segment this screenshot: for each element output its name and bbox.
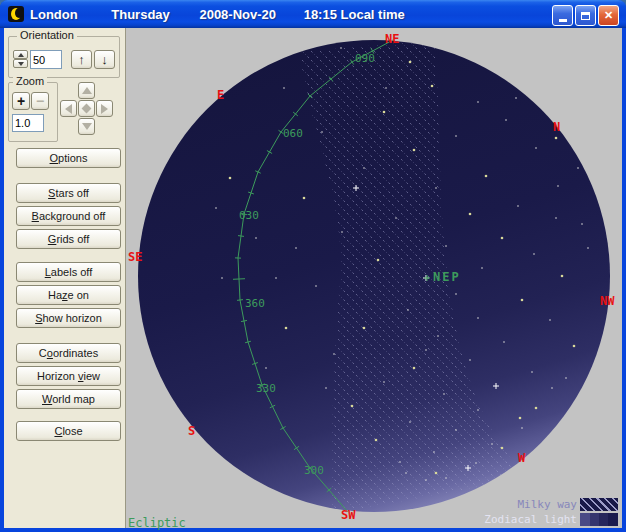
rotate-down-button[interactable]: ↓ — [94, 50, 115, 69]
sky-map-area[interactable]: 090060030360330300NEP NEENSENWSWSW Eclip… — [126, 28, 622, 528]
star — [363, 327, 366, 330]
star — [407, 309, 409, 311]
close-icon: ✕ — [604, 9, 613, 22]
star — [413, 149, 416, 152]
app-window: London Thursday 2008-Nov-20 18:15 Local … — [0, 0, 626, 532]
star — [477, 101, 479, 103]
star — [561, 275, 564, 278]
pan-down-button[interactable] — [78, 118, 95, 135]
star — [405, 472, 407, 474]
minimize-icon — [559, 19, 567, 22]
legend-milky-way: Milky way — [517, 497, 618, 511]
zodiacal-light-swatch-icon — [580, 513, 618, 526]
stars-off-button[interactable]: Stars off — [16, 183, 121, 203]
nep-label: NEP — [433, 270, 461, 284]
star — [521, 427, 523, 429]
star — [437, 335, 439, 337]
star — [469, 213, 472, 216]
spinner-down-icon[interactable] — [13, 59, 28, 68]
star — [503, 341, 505, 343]
spinner-up-icon[interactable] — [13, 50, 28, 59]
star — [551, 387, 553, 389]
ecliptic-degree-label: 300 — [304, 464, 324, 477]
maximize-icon — [581, 12, 590, 20]
orientation-input[interactable] — [30, 50, 62, 69]
title-date: 2008-Nov-20 — [199, 7, 276, 22]
zoom-out-button[interactable]: − — [31, 92, 49, 110]
compass-label-nw: NW — [600, 294, 615, 308]
star — [581, 223, 583, 225]
zodiacal-light-legend-label: Zodiacal light — [484, 513, 577, 526]
zoom-input[interactable] — [12, 114, 44, 132]
star — [321, 131, 323, 133]
star — [481, 267, 483, 269]
star — [501, 237, 504, 240]
rotate-up-button[interactable]: ↑ — [71, 50, 92, 69]
star — [475, 462, 477, 464]
down-arrow-icon: ↓ — [101, 53, 108, 66]
plus-icon: + — [17, 93, 25, 109]
labels-off-button[interactable]: Labels off — [16, 262, 121, 282]
compass-label-w: W — [518, 451, 526, 465]
title-time: 18:15 Local time — [304, 7, 405, 22]
pan-left-button[interactable] — [60, 100, 77, 117]
star — [577, 167, 579, 169]
star — [377, 259, 380, 262]
compass-label-n: N — [553, 120, 560, 134]
maximize-button[interactable] — [575, 5, 596, 26]
pan-right-button[interactable] — [96, 100, 113, 117]
star — [409, 61, 412, 64]
ecliptic-degree-label: 030 — [239, 209, 259, 222]
star — [469, 359, 471, 361]
star — [455, 135, 457, 137]
ecliptic-degree-label: 360 — [245, 297, 265, 310]
close-window-button[interactable]: ✕ — [598, 5, 619, 26]
pan-center-button[interactable] — [78, 100, 95, 117]
compass-label-s: S — [188, 424, 195, 438]
window-title: London Thursday 2008-Nov-20 18:15 Local … — [30, 7, 405, 22]
star — [303, 197, 306, 200]
minus-icon: − — [36, 93, 44, 109]
title-location: London — [30, 7, 78, 22]
star — [433, 451, 435, 453]
coordinates-button[interactable]: Coordinates — [16, 343, 121, 363]
milky-way-swatch-icon — [580, 498, 618, 511]
star — [445, 477, 447, 479]
haze-on-button[interactable]: Haze on — [16, 285, 121, 305]
minimize-button[interactable] — [552, 5, 573, 26]
star — [383, 111, 386, 114]
star — [477, 317, 479, 319]
star — [265, 367, 267, 369]
star — [341, 231, 343, 233]
ecliptic-degree-label: 090 — [355, 52, 375, 65]
show-horizon-button[interactable]: Show horizon — [16, 308, 121, 328]
grids-off-button[interactable]: Grids off — [16, 229, 121, 249]
background-off-button[interactable]: Background off — [16, 206, 121, 226]
orientation-spinner[interactable] — [13, 50, 28, 68]
ecliptic-degree-label: 060 — [283, 127, 303, 140]
compass-label-sw: SW — [341, 508, 356, 522]
compass-label-ne: NE — [385, 32, 399, 46]
star — [521, 299, 524, 302]
star — [285, 327, 288, 330]
legend-zodiacal-light: Zodiacal light — [484, 512, 618, 526]
pan-right-icon — [101, 104, 108, 114]
star — [383, 381, 385, 383]
star — [340, 47, 342, 49]
world-map-button[interactable]: World map — [16, 389, 121, 409]
milky-way-legend-label: Milky way — [517, 498, 577, 511]
star — [491, 443, 493, 445]
star — [333, 353, 335, 355]
star — [255, 237, 257, 239]
compass-label-e: E — [217, 88, 224, 102]
close-button[interactable]: Close — [16, 421, 121, 441]
pan-left-icon — [65, 104, 72, 114]
star — [385, 87, 387, 89]
horizon-view-button[interactable]: Horizon view — [16, 366, 121, 386]
options-button[interactable]: Options — [16, 148, 121, 168]
star — [455, 429, 457, 431]
pan-up-button[interactable] — [78, 82, 95, 99]
zoom-in-button[interactable]: + — [12, 92, 30, 110]
star — [425, 349, 427, 351]
star — [555, 137, 558, 140]
